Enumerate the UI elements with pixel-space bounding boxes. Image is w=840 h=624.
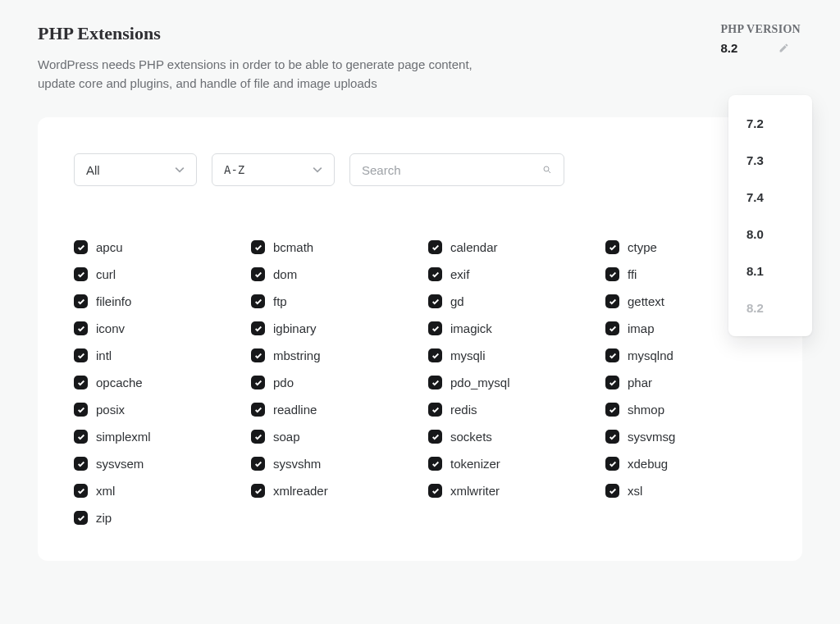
search-field[interactable] [349,153,564,186]
sort-select[interactable]: A-Z [212,153,335,186]
php-version-option[interactable]: 7.2 [728,105,812,142]
checkbox[interactable] [74,376,88,389]
extension-label: mbstring [273,348,321,362]
checkbox[interactable] [251,321,265,335]
checkbox[interactable] [74,240,88,254]
extension-item[interactable]: intl [74,348,235,362]
php-version-option[interactable]: 7.3 [728,142,812,179]
extension-item[interactable]: tokenizer [428,457,589,471]
extension-item[interactable]: xdebug [605,457,766,471]
extension-item[interactable]: soap [251,430,412,444]
checkbox[interactable] [251,376,265,389]
php-version-option[interactable]: 8.1 [728,253,812,289]
checkbox[interactable] [74,430,88,444]
svg-line-1 [549,171,551,174]
extension-label: tokenizer [450,457,500,471]
checkbox[interactable] [428,403,442,417]
checkbox[interactable] [74,484,88,498]
extension-label: igbinary [273,321,317,335]
extension-item[interactable]: sysvmsg [605,430,766,444]
extension-item[interactable]: imagick [428,321,589,335]
checkbox[interactable] [605,484,619,498]
checkbox[interactable] [428,430,442,444]
checkbox[interactable] [251,484,265,498]
extension-item[interactable]: pdo_mysql [428,376,589,389]
extension-label: xmlreader [273,484,328,498]
checkbox[interactable] [605,240,619,254]
extension-label: ctype [628,240,657,254]
checkbox[interactable] [74,267,88,281]
extension-item[interactable]: ftp [251,294,412,308]
search-input[interactable] [362,163,542,177]
checkbox[interactable] [251,348,265,362]
extension-item[interactable]: fileinfo [74,294,235,308]
php-version-option[interactable]: 8.0 [728,216,812,253]
extension-item[interactable]: igbinary [251,321,412,335]
extension-item[interactable]: xmlreader [251,484,412,498]
checkbox[interactable] [251,430,265,444]
extension-item[interactable]: phar [605,376,766,389]
checkbox[interactable] [74,348,88,362]
checkbox[interactable] [605,321,619,335]
php-version-option[interactable]: 7.4 [728,179,812,216]
extension-item[interactable]: sysvshm [251,457,412,471]
checkbox[interactable] [605,376,619,389]
extension-item[interactable]: exif [428,267,589,281]
checkbox[interactable] [74,321,88,335]
checkbox[interactable] [251,403,265,417]
checkbox[interactable] [605,348,619,362]
checkbox[interactable] [605,430,619,444]
checkbox[interactable] [74,403,88,417]
chevron-down-icon [313,165,322,175]
checkbox[interactable] [605,457,619,471]
extension-label: sysvshm [273,457,321,471]
extension-item[interactable]: mysqli [428,348,589,362]
checkbox[interactable] [428,321,442,335]
extension-label: xmlwriter [450,484,500,498]
extension-item[interactable]: mbstring [251,348,412,362]
extension-item[interactable]: simplexml [74,430,235,444]
extension-item[interactable]: bcmath [251,240,412,254]
filter-select[interactable]: All [74,153,197,186]
php-version-current[interactable]: 8.2 [720,41,801,55]
checkbox[interactable] [428,348,442,362]
extension-item[interactable]: pdo [251,376,412,389]
extension-item[interactable]: curl [74,267,235,281]
extension-item[interactable]: sockets [428,430,589,444]
extension-item[interactable]: readline [251,403,412,417]
extension-item[interactable]: calendar [428,240,589,254]
extension-item[interactable]: gd [428,294,589,308]
extension-item[interactable]: opcache [74,376,235,389]
checkbox[interactable] [251,457,265,471]
checkbox[interactable] [74,457,88,471]
checkbox[interactable] [428,267,442,281]
extension-item[interactable]: iconv [74,321,235,335]
checkbox[interactable] [428,457,442,471]
extension-item[interactable]: dom [251,267,412,281]
extension-item[interactable]: sysvsem [74,457,235,471]
extension-item[interactable]: posix [74,403,235,417]
extension-label: calendar [450,240,498,254]
checkbox[interactable] [428,240,442,254]
checkbox[interactable] [428,294,442,308]
checkbox[interactable] [251,267,265,281]
extension-item[interactable]: xsl [605,484,766,498]
checkbox[interactable] [605,403,619,417]
checkbox[interactable] [251,294,265,308]
extension-item[interactable]: shmop [605,403,766,417]
extension-item[interactable]: apcu [74,240,235,254]
checkbox[interactable] [428,484,442,498]
pencil-icon [778,43,789,53]
extension-item[interactable]: xml [74,484,235,498]
checkbox[interactable] [74,511,88,525]
checkbox[interactable] [74,294,88,308]
extension-item[interactable]: zip [74,511,235,525]
extension-item[interactable]: redis [428,403,589,417]
checkbox[interactable] [605,294,619,308]
extension-item[interactable]: xmlwriter [428,484,589,498]
checkbox[interactable] [251,240,265,254]
extension-item[interactable]: mysqlnd [605,348,766,362]
checkbox[interactable] [605,267,619,281]
checkbox[interactable] [428,376,442,389]
extension-label: imagick [450,321,492,335]
